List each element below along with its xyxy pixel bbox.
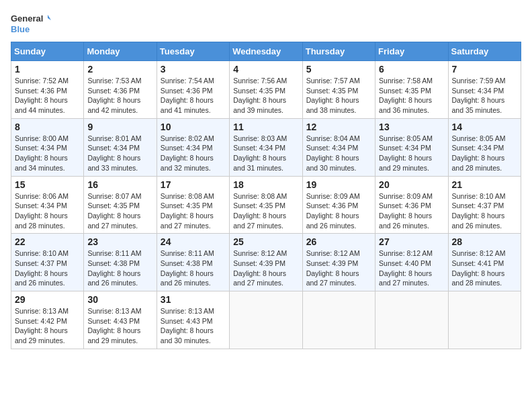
day-number: 31 (161, 294, 226, 305)
calendar-day-cell: 18 Sunrise: 8:08 AMSunset: 4:35 PMDaylig… (230, 176, 302, 234)
calendar-day-cell: 17 Sunrise: 8:08 AMSunset: 4:35 PMDaylig… (157, 176, 229, 234)
calendar-day-cell: 31 Sunrise: 8:13 AMSunset: 4:43 PMDaylig… (157, 291, 229, 349)
calendar-day-cell: 1 Sunrise: 7:52 AMSunset: 4:36 PMDayligh… (11, 61, 84, 119)
day-number: 11 (233, 122, 298, 132)
weekday-header: Friday (375, 42, 448, 61)
page-header: General Blue (11, 11, 521, 36)
calendar-day-cell: 25 Sunrise: 8:12 AMSunset: 4:39 PMDaylig… (230, 234, 302, 291)
day-info: Sunrise: 8:11 AMSunset: 4:38 PMDaylight:… (161, 249, 214, 287)
day-info: Sunrise: 8:13 AMSunset: 4:43 PMDaylight:… (161, 307, 214, 345)
weekday-header: Sunday (11, 42, 84, 61)
calendar-day-cell: 29 Sunrise: 8:13 AMSunset: 4:42 PMDaylig… (11, 291, 84, 349)
weekday-header: Wednesday (230, 42, 302, 61)
calendar-week-row: 1 Sunrise: 7:52 AMSunset: 4:36 PMDayligh… (11, 61, 521, 119)
day-number: 2 (87, 64, 152, 75)
calendar-day-cell: 27 Sunrise: 8:12 AMSunset: 4:40 PMDaylig… (375, 234, 448, 291)
weekday-header: Tuesday (157, 42, 229, 61)
calendar-day-cell: 6 Sunrise: 7:58 AMSunset: 4:35 PMDayligh… (375, 61, 448, 119)
calendar-day-cell (448, 291, 521, 349)
day-number: 26 (306, 236, 371, 247)
svg-text:General: General (11, 13, 43, 24)
day-info: Sunrise: 8:06 AMSunset: 4:34 PMDaylight:… (15, 192, 69, 230)
day-number: 15 (15, 179, 80, 190)
calendar-day-cell (375, 291, 448, 349)
day-info: Sunrise: 8:13 AMSunset: 4:42 PMDaylight:… (15, 307, 69, 345)
calendar-week-row: 15 Sunrise: 8:06 AMSunset: 4:34 PMDaylig… (11, 176, 521, 234)
day-number: 5 (306, 64, 371, 75)
day-number: 21 (452, 179, 517, 190)
calendar-day-cell: 12 Sunrise: 8:04 AMSunset: 4:34 PMDaylig… (302, 118, 375, 176)
day-number: 9 (87, 122, 152, 132)
calendar-day-cell: 5 Sunrise: 7:57 AMSunset: 4:35 PMDayligh… (302, 61, 375, 119)
calendar-day-cell: 8 Sunrise: 8:00 AMSunset: 4:34 PMDayligh… (11, 118, 84, 176)
calendar-table: SundayMondayTuesdayWednesdayThursdayFrid… (11, 42, 521, 349)
calendar-day-cell: 21 Sunrise: 8:10 AMSunset: 4:37 PMDaylig… (448, 176, 521, 234)
logo-svg: General Blue (11, 11, 51, 36)
calendar-day-cell: 10 Sunrise: 8:02 AMSunset: 4:34 PMDaylig… (157, 118, 229, 176)
day-number: 14 (452, 122, 517, 132)
calendar-day-cell: 23 Sunrise: 8:11 AMSunset: 4:38 PMDaylig… (84, 234, 157, 291)
calendar-day-cell: 7 Sunrise: 7:59 AMSunset: 4:34 PMDayligh… (448, 61, 521, 119)
day-number: 4 (233, 64, 298, 75)
day-number: 13 (379, 122, 444, 132)
day-info: Sunrise: 8:12 AMSunset: 4:41 PMDaylight:… (452, 249, 506, 287)
day-info: Sunrise: 8:09 AMSunset: 4:36 PMDaylight:… (306, 192, 360, 230)
day-info: Sunrise: 7:53 AMSunset: 4:36 PMDaylight:… (87, 77, 141, 114)
day-info: Sunrise: 8:12 AMSunset: 4:40 PMDaylight:… (379, 249, 433, 287)
day-info: Sunrise: 7:57 AMSunset: 4:35 PMDaylight:… (306, 77, 360, 114)
day-info: Sunrise: 8:07 AMSunset: 4:35 PMDaylight:… (87, 192, 141, 230)
calendar-day-cell: 26 Sunrise: 8:12 AMSunset: 4:39 PMDaylig… (302, 234, 375, 291)
calendar-day-cell: 4 Sunrise: 7:56 AMSunset: 4:35 PMDayligh… (230, 61, 302, 119)
day-number: 17 (161, 179, 226, 190)
weekday-header: Thursday (302, 42, 375, 61)
calendar-day-cell: 15 Sunrise: 8:06 AMSunset: 4:34 PMDaylig… (11, 176, 84, 234)
day-number: 24 (161, 236, 226, 247)
calendar-day-cell: 2 Sunrise: 7:53 AMSunset: 4:36 PMDayligh… (84, 61, 157, 119)
calendar-week-row: 8 Sunrise: 8:00 AMSunset: 4:34 PMDayligh… (11, 118, 521, 176)
calendar-day-cell: 11 Sunrise: 8:03 AMSunset: 4:34 PMDaylig… (230, 118, 302, 176)
day-number: 22 (15, 236, 80, 247)
day-info: Sunrise: 8:13 AMSunset: 4:43 PMDaylight:… (87, 307, 141, 345)
calendar-day-cell: 28 Sunrise: 8:12 AMSunset: 4:41 PMDaylig… (448, 234, 521, 291)
day-info: Sunrise: 8:10 AMSunset: 4:37 PMDaylight:… (452, 192, 506, 230)
day-number: 12 (306, 122, 371, 132)
day-number: 30 (87, 294, 152, 305)
day-number: 6 (379, 64, 444, 75)
logo: General Blue (11, 11, 51, 36)
day-number: 25 (233, 236, 298, 247)
calendar-day-cell: 13 Sunrise: 8:05 AMSunset: 4:34 PMDaylig… (375, 118, 448, 176)
calendar-day-cell (302, 291, 375, 349)
day-info: Sunrise: 8:01 AMSunset: 4:34 PMDaylight:… (87, 134, 141, 172)
day-info: Sunrise: 8:12 AMSunset: 4:39 PMDaylight:… (306, 249, 360, 287)
calendar-day-cell: 24 Sunrise: 8:11 AMSunset: 4:38 PMDaylig… (157, 234, 229, 291)
calendar-day-cell: 14 Sunrise: 8:05 AMSunset: 4:34 PMDaylig… (448, 118, 521, 176)
day-info: Sunrise: 7:52 AMSunset: 4:36 PMDaylight:… (15, 77, 69, 114)
day-info: Sunrise: 7:59 AMSunset: 4:34 PMDaylight:… (452, 77, 506, 114)
day-info: Sunrise: 8:05 AMSunset: 4:34 PMDaylight:… (379, 134, 433, 172)
day-info: Sunrise: 8:12 AMSunset: 4:39 PMDaylight:… (233, 249, 287, 287)
day-number: 3 (161, 64, 226, 75)
weekday-header: Saturday (448, 42, 521, 61)
day-number: 27 (379, 236, 444, 247)
day-info: Sunrise: 8:10 AMSunset: 4:37 PMDaylight:… (15, 249, 69, 287)
day-number: 19 (306, 179, 371, 190)
day-number: 16 (87, 179, 152, 190)
calendar-day-cell: 9 Sunrise: 8:01 AMSunset: 4:34 PMDayligh… (84, 118, 157, 176)
calendar-week-row: 29 Sunrise: 8:13 AMSunset: 4:42 PMDaylig… (11, 291, 521, 349)
day-number: 18 (233, 179, 298, 190)
day-info: Sunrise: 8:02 AMSunset: 4:34 PMDaylight:… (161, 134, 214, 172)
calendar-week-row: 22 Sunrise: 8:10 AMSunset: 4:37 PMDaylig… (11, 234, 521, 291)
calendar-day-cell: 16 Sunrise: 8:07 AMSunset: 4:35 PMDaylig… (84, 176, 157, 234)
day-number: 23 (87, 236, 152, 247)
calendar-day-cell: 3 Sunrise: 7:54 AMSunset: 4:36 PMDayligh… (157, 61, 229, 119)
calendar-day-cell (230, 291, 302, 349)
day-number: 8 (15, 122, 80, 132)
day-info: Sunrise: 8:03 AMSunset: 4:34 PMDaylight:… (233, 134, 287, 172)
svg-text:Blue: Blue (11, 24, 30, 34)
day-number: 29 (15, 294, 80, 305)
day-number: 7 (452, 64, 517, 75)
weekday-header-row: SundayMondayTuesdayWednesdayThursdayFrid… (11, 42, 521, 61)
day-info: Sunrise: 7:54 AMSunset: 4:36 PMDaylight:… (161, 77, 214, 114)
day-info: Sunrise: 8:08 AMSunset: 4:35 PMDaylight:… (233, 192, 287, 230)
day-number: 28 (452, 236, 517, 247)
